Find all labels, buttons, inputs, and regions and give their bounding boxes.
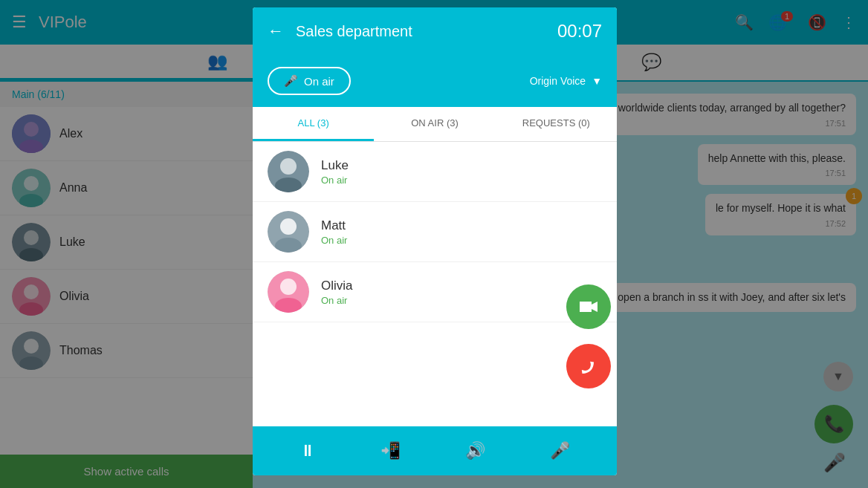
on-air-button[interactable]: 🎤 On air: [268, 67, 351, 95]
participant-name-olivia: Olivia: [321, 279, 602, 293]
participant-avatar-olivia: [268, 271, 309, 313]
voice-label: Origin Voice: [530, 75, 586, 87]
hangup-icon: [578, 356, 599, 377]
svg-marker-24: [580, 302, 592, 312]
participant-name-luke: Luke: [321, 158, 602, 173]
participant-info-olivia: Olivia On air: [321, 279, 602, 306]
tab-all[interactable]: ALL (3): [253, 107, 374, 141]
phone-switch-button[interactable]: 📲: [372, 438, 409, 463]
voice-selector[interactable]: Origin Voice ▼: [530, 75, 602, 87]
participant-name-matt: Matt: [321, 218, 602, 233]
participant-status-matt: On air: [321, 235, 602, 246]
modal-title: Sales department: [296, 23, 545, 40]
tab-on-air[interactable]: ON AIR (3): [374, 107, 495, 141]
pause-button[interactable]: ⏸: [291, 438, 325, 463]
tab-requests[interactable]: REQUESTS (0): [496, 107, 617, 141]
mic-mute-icon: 🎤: [550, 441, 570, 460]
app-container: ☰ VIPole 🔍 🌐 1 📵 ⋮ 👥 💬 Main (6/11): [0, 0, 868, 488]
modal-controls-row: 🎤 On air Origin Voice ▼: [253, 55, 617, 107]
svg-point-16: [280, 158, 297, 175]
chevron-down-voice-icon: ▼: [592, 75, 602, 87]
svg-marker-25: [592, 302, 597, 312]
modal-bottom-controls: ⏸ 📲 🔊 🎤: [253, 426, 617, 475]
pause-icon: ⏸: [299, 441, 316, 460]
back-button[interactable]: ←: [268, 22, 284, 41]
tab-on-air-label: ON AIR (3): [411, 117, 459, 128]
microphone-on-air-icon: 🎤: [284, 74, 298, 88]
call-modal: ← Sales department 00:07 🎤 On air Origin…: [253, 7, 617, 475]
tab-requests-label: REQUESTS (0): [522, 117, 590, 128]
video-fab-button[interactable]: [566, 284, 611, 329]
participant-luke[interactable]: Luke On air: [253, 142, 617, 202]
hangup-fab-button[interactable]: [566, 344, 611, 388]
participant-avatar-luke: [268, 151, 309, 192]
participant-info-luke: Luke On air: [321, 158, 602, 186]
modal-tabs: ALL (3) ON AIR (3) REQUESTS (0): [253, 107, 617, 142]
call-timer: 00:07: [557, 21, 602, 42]
participant-status-olivia: On air: [321, 295, 602, 306]
phone-switch-icon: 📲: [380, 441, 401, 460]
modal-header: ← Sales department 00:07: [253, 7, 617, 55]
video-camera-icon: [578, 296, 599, 317]
participant-matt[interactable]: Matt On air: [253, 202, 617, 262]
on-air-label: On air: [304, 75, 334, 88]
participant-info-matt: Matt On air: [321, 218, 602, 246]
participant-list: Luke On air Matt On air: [253, 142, 617, 426]
svg-point-19: [280, 218, 297, 235]
participant-status-luke: On air: [321, 175, 602, 186]
mic-mute-button[interactable]: 🎤: [541, 438, 579, 463]
tab-all-label: ALL (3): [298, 117, 329, 128]
participant-olivia[interactable]: Olivia On air: [253, 262, 617, 322]
svg-point-22: [280, 279, 297, 295]
volume-icon: 🔊: [465, 441, 485, 460]
volume-button[interactable]: 🔊: [456, 438, 494, 463]
participant-avatar-matt: [268, 211, 309, 253]
